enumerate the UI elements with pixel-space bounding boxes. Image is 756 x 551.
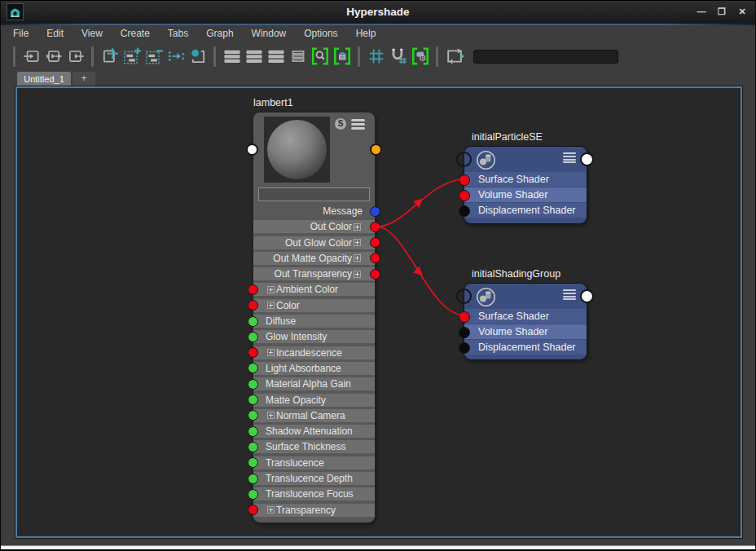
red-port[interactable] <box>459 311 470 323</box>
row-label: Volume Shader <box>478 326 547 337</box>
input-output-connections-button[interactable] <box>44 46 64 66</box>
remove-selected-from-graph-button[interactable] <box>144 46 164 66</box>
layout-bars-3-button[interactable] <box>266 46 286 66</box>
expand-icon[interactable] <box>354 254 361 262</box>
green-port[interactable] <box>248 395 258 405</box>
menu-options[interactable]: Options <box>295 28 346 39</box>
search-input[interactable] <box>473 50 618 64</box>
add-tab-button[interactable]: + <box>73 72 95 86</box>
wire-arrowhead <box>413 196 426 209</box>
red-port[interactable] <box>248 505 258 515</box>
header-port-white[interactable] <box>580 152 594 166</box>
layout-bars-small-button[interactable] <box>288 46 308 66</box>
clear-graph-button[interactable] <box>188 46 208 66</box>
expand-icon[interactable] <box>267 506 275 514</box>
expand-icon[interactable] <box>267 412 275 419</box>
menu-help[interactable]: Help <box>347 28 385 39</box>
header-port-red[interactable] <box>456 152 472 167</box>
header-port-white[interactable] <box>580 289 594 303</box>
green-port[interactable] <box>248 363 258 373</box>
initialparticlese-rows: Surface ShaderVolume ShaderDisplacement … <box>464 172 587 218</box>
green-port[interactable] <box>248 442 258 452</box>
row-label: Out Glow Color <box>285 236 352 249</box>
lambert-row-out-matte-opacity: Out Matte Opacity <box>253 252 375 265</box>
node-initialshadinggroup[interactable]: Surface ShaderVolume ShaderDisplacement … <box>464 283 587 360</box>
expand-icon[interactable] <box>267 302 275 309</box>
header-port-white[interactable] <box>246 143 258 156</box>
menu-graph[interactable]: Graph <box>197 28 242 39</box>
lambert-row-out-transparency: Out Transparency <box>253 267 375 280</box>
expand-icon[interactable] <box>354 271 361 278</box>
green-port[interactable] <box>248 457 258 468</box>
refresh-swatch-button[interactable] <box>445 46 464 66</box>
red-port[interactable] <box>459 190 470 201</box>
layout-bars-2-button[interactable] <box>244 46 264 66</box>
row-label: Out Matte Opacity <box>273 252 352 265</box>
red-port[interactable] <box>370 237 380 248</box>
menu-file[interactable]: File <box>4 28 37 39</box>
green-port[interactable] <box>248 489 258 500</box>
graph-selected-button[interactable] <box>166 46 186 66</box>
red-port[interactable] <box>459 174 470 186</box>
wire-outcolor-to-particlese <box>376 179 465 227</box>
material-swatch[interactable] <box>264 117 330 183</box>
red-port[interactable] <box>370 253 380 263</box>
green-port[interactable] <box>248 332 258 342</box>
row-label: Displacement Shader <box>478 205 576 216</box>
black-port[interactable] <box>459 342 470 354</box>
node-text-field[interactable] <box>258 187 370 201</box>
add-selected-to-graph-button[interactable] <box>122 46 142 66</box>
close-icon[interactable]: ✕ <box>736 5 749 18</box>
red-port[interactable] <box>248 347 258 358</box>
node-initialparticlese[interactable]: Surface ShaderVolume ShaderDisplacement … <box>464 146 587 224</box>
green-port[interactable] <box>248 426 258 437</box>
expand-icon[interactable] <box>267 286 275 293</box>
rearrange-graph-button[interactable] <box>100 46 120 66</box>
red-port[interactable] <box>248 300 258 311</box>
expand-icon[interactable] <box>267 349 275 356</box>
bracket-search-button[interactable] <box>310 46 330 66</box>
layout-bars-1-button[interactable] <box>222 46 242 66</box>
green-port[interactable] <box>248 474 258 484</box>
blue-port[interactable] <box>370 206 380 217</box>
menu-view[interactable]: View <box>73 28 112 39</box>
menu-tabs[interactable]: Tabs <box>159 28 197 39</box>
node-menu-icon[interactable] <box>563 289 576 302</box>
maximize-icon[interactable]: ❐ <box>715 5 728 18</box>
row-label: Color <box>276 299 300 312</box>
grid-icon-button[interactable] <box>367 46 386 66</box>
red-port[interactable] <box>370 269 380 280</box>
node-menu-icon[interactable] <box>351 119 365 131</box>
green-port[interactable] <box>248 379 258 390</box>
row-label: Diffuse <box>266 315 296 328</box>
toolbar-separator <box>13 46 15 67</box>
menu-window[interactable]: Window <box>243 28 296 39</box>
node-editor-canvas[interactable]: lambert1 S MessageOut ColorOut Glow Colo… <box>15 86 742 538</box>
input-connections-button[interactable] <box>22 46 42 66</box>
green-port[interactable] <box>248 410 258 421</box>
lambert-row-diffuse: Diffuse <box>253 315 375 328</box>
black-port[interactable] <box>459 205 470 217</box>
green-port[interactable] <box>248 316 258 327</box>
bracket-node-button[interactable] <box>332 46 352 66</box>
lambert-row-material-alpha-gain: Material Alpha Gain <box>253 377 375 390</box>
menu-create[interactable]: Create <box>112 28 159 39</box>
node-title-lambert1: lambert1 <box>253 97 293 108</box>
minimize-icon[interactable]: — <box>695 5 708 18</box>
output-connections-button[interactable] <box>66 46 86 66</box>
tab-untitled-1[interactable]: Untitled_1 <box>17 72 71 86</box>
header-port-orange[interactable] <box>370 143 382 156</box>
window-title: Hypershade <box>1 6 755 18</box>
black-port[interactable] <box>459 327 470 338</box>
red-port[interactable] <box>248 284 258 295</box>
menu-edit[interactable]: Edit <box>37 28 73 39</box>
node-menu-icon[interactable] <box>563 152 576 165</box>
swatch-badge[interactable]: S <box>335 118 346 130</box>
red-port[interactable] <box>370 222 380 232</box>
header-port-red[interactable] <box>456 289 472 304</box>
expand-icon[interactable] <box>354 223 361 231</box>
snap-magnet-button[interactable] <box>389 46 408 66</box>
bracket-pin-button[interactable] <box>411 46 430 66</box>
node-lambert1[interactable]: S MessageOut ColorOut Glow ColorOut Matt… <box>253 112 376 523</box>
expand-icon[interactable] <box>354 239 361 246</box>
